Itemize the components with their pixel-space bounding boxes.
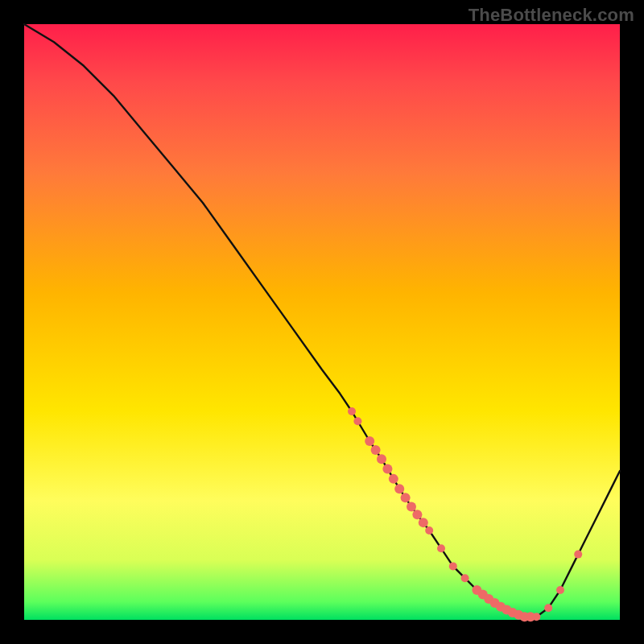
data-marker xyxy=(437,544,445,552)
data-marker xyxy=(425,526,433,535)
data-marker xyxy=(377,454,386,464)
data-marker xyxy=(532,613,540,621)
data-marker xyxy=(574,551,582,559)
data-marker xyxy=(348,407,356,415)
chart-plot-area xyxy=(24,24,620,620)
watermark-text: TheBottleneck.com xyxy=(469,5,634,26)
data-marker xyxy=(461,574,469,582)
data-marker xyxy=(419,518,428,527)
data-marker xyxy=(365,436,374,446)
bottleneck-curve xyxy=(24,24,620,617)
data-marker xyxy=(544,604,552,612)
chart-svg xyxy=(24,24,620,620)
data-marker xyxy=(353,417,361,425)
data-marker xyxy=(401,493,411,502)
data-marker xyxy=(371,445,381,455)
data-markers xyxy=(348,407,582,621)
data-marker xyxy=(412,510,422,519)
data-marker xyxy=(394,484,404,493)
data-marker xyxy=(449,562,457,570)
data-marker xyxy=(389,474,398,484)
data-marker xyxy=(556,586,564,594)
data-marker xyxy=(382,464,392,474)
data-marker xyxy=(407,502,416,511)
